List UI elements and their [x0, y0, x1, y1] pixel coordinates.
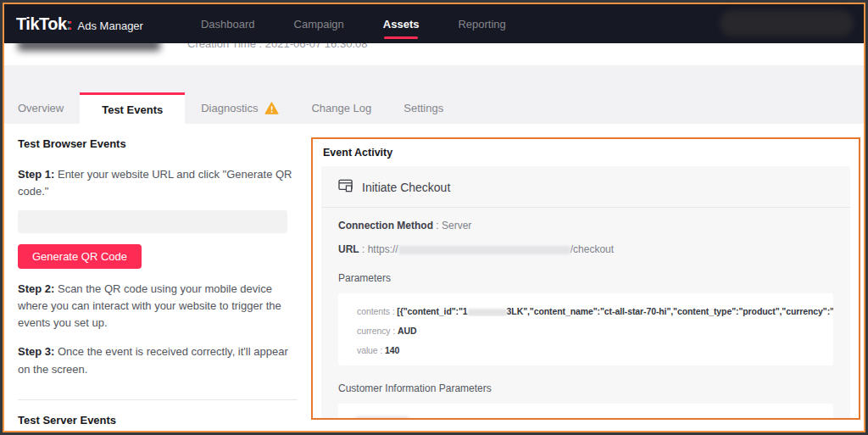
- tab-change-log[interactable]: Change Log: [295, 92, 387, 124]
- user-agent-label: User agent: [420, 416, 470, 420]
- content-id-redacted: [468, 309, 507, 316]
- top-nav: TikTok: Ads Manager Dashboard Campaign A…: [4, 4, 864, 43]
- tiktok-wordmark: TikTok: [16, 14, 67, 34]
- nav-item-dashboard[interactable]: Dashboard: [201, 13, 255, 36]
- tab-diagnostics[interactable]: Diagnostics: [185, 92, 295, 124]
- tab-bar-background: Overview Test Events Diagnostics Change …: [4, 65, 864, 124]
- tab-settings[interactable]: Settings: [387, 92, 459, 124]
- screenshot-frame: TikTok: Ads Manager Dashboard Campaign A…: [0, 0, 868, 435]
- nav-item-reporting[interactable]: Reporting: [458, 13, 505, 36]
- pixel-info-bar: Creation Time : 2021-06-07 16:30:08: [4, 43, 864, 65]
- url-row: URL : https:///checkout: [321, 231, 850, 255]
- browser-event-icon: [338, 179, 353, 195]
- event-card: Initiate Checkout Connection Method : Se…: [321, 166, 850, 420]
- connection-method-row: Connection Method : Server: [321, 208, 850, 231]
- website-url-input[interactable]: [18, 210, 287, 233]
- tab-overview[interactable]: Overview: [18, 92, 80, 124]
- parameters-card: contents : [{"content_id":"13LK","conten…: [338, 293, 833, 365]
- event-activity-panel: Event Activity Initiate Checkout: [311, 137, 860, 420]
- browser-step-2: Step 2: Scan the QR code using your mobi…: [18, 281, 299, 332]
- event-header-row[interactable]: Initiate Checkout: [321, 166, 850, 207]
- customer-parameters-label: Customer Information Parameters: [321, 365, 850, 394]
- url-redacted: [398, 246, 570, 254]
- tiktok-logo-mark: :: [68, 16, 73, 34]
- test-server-events-heading: Test Server Events: [18, 414, 299, 427]
- param-currency: currency : AUD: [338, 316, 833, 336]
- pixel-name-redacted: [18, 43, 160, 51]
- nav-item-campaign[interactable]: Campaign: [294, 13, 344, 36]
- tab-test-events[interactable]: Test Events: [80, 92, 185, 124]
- param-value: value : 140: [338, 336, 833, 355]
- browser-step-3: Step 3: Once the event is received corre…: [18, 343, 299, 377]
- generate-qr-code-button[interactable]: Generate QR Code: [18, 244, 142, 269]
- parameters-label: Parameters: [321, 255, 850, 284]
- main-content: Test Browser Events Step 1: Enter your w…: [4, 124, 864, 431]
- event-activity-title: Event Activity: [313, 139, 859, 165]
- browser-step-1: Step 1: Enter your website URL and click…: [18, 166, 299, 199]
- page-root: TikTok: Ads Manager Dashboard Campaign A…: [3, 3, 865, 432]
- account-area-redacted[interactable]: [720, 10, 854, 36]
- tab-bar: Overview Test Events Diagnostics Change …: [18, 92, 459, 124]
- nav-menu: Dashboard Campaign Assets Reporting: [201, 13, 506, 36]
- user-agent-value-redacted: [355, 417, 409, 421]
- user-agent-card: User agent: [338, 404, 833, 420]
- tiktok-logo[interactable]: TikTok: Ads Manager: [16, 14, 143, 34]
- param-contents: contents : [{"content_id":"13LK","conten…: [338, 297, 833, 316]
- ads-manager-label: Ads Manager: [78, 20, 143, 32]
- nav-item-assets[interactable]: Assets: [383, 13, 420, 36]
- event-name: Initiate Checkout: [362, 181, 450, 194]
- warning-icon: [264, 102, 279, 114]
- test-browser-events-heading: Test Browser Events: [18, 137, 299, 150]
- test-events-instructions: Test Browser Events Step 1: Enter your w…: [18, 137, 299, 432]
- creation-time: Creation Time : 2021-06-07 16:30:08: [187, 43, 367, 50]
- section-divider: [18, 399, 298, 400]
